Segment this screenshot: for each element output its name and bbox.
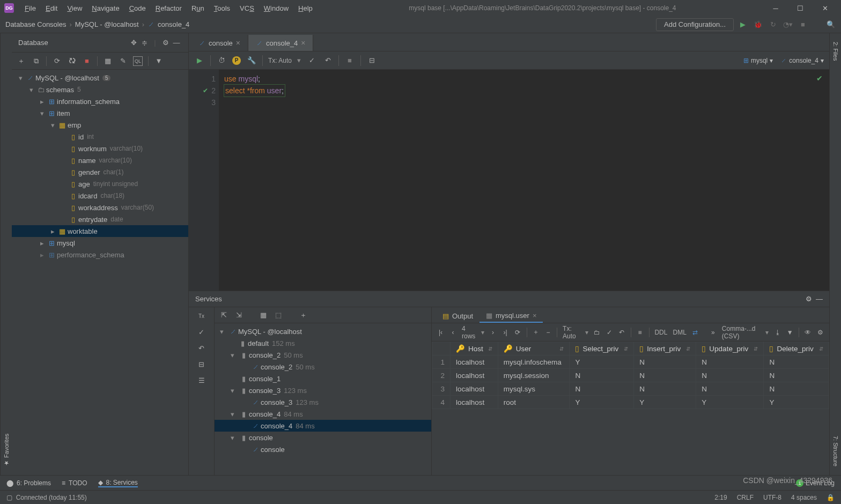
commit-icon[interactable]: ✓	[196, 327, 207, 337]
tree-column[interactable]: ▯entrydatedate	[12, 213, 188, 225]
sort-icon[interactable]: ⇵	[819, 346, 823, 352]
tab-output[interactable]: ▤Output	[436, 309, 479, 323]
show-icon[interactable]: ⬚	[274, 311, 283, 319]
cell[interactable]: mysql.infoschema	[498, 355, 570, 369]
crumb-0[interactable]: Database Consoles	[5, 20, 66, 28]
cell[interactable]: N	[764, 382, 829, 396]
edit-icon[interactable]: ✎	[118, 56, 128, 66]
menu-code[interactable]: Code	[125, 2, 150, 14]
sort-icon[interactable]: ⇵	[624, 346, 628, 352]
compare-icon[interactable]: ⇄	[692, 329, 699, 336]
context-db[interactable]: ⊞mysql ▾	[743, 57, 773, 64]
menu-edit[interactable]: Edit	[41, 2, 62, 14]
options-icon[interactable]: ⊟	[366, 56, 377, 64]
target-icon[interactable]: ✥	[128, 39, 139, 47]
minimize-panel-icon[interactable]: —	[816, 295, 823, 303]
rollback-icon[interactable]: ↶	[196, 343, 207, 353]
event-log[interactable]: 1Event Log	[796, 479, 835, 487]
more-icon[interactable]: »	[710, 329, 717, 336]
tree-table-worktable[interactable]: ▸ ▦ worktable	[12, 225, 188, 237]
menu-window[interactable]: Window	[260, 2, 293, 14]
encoding[interactable]: UTF-8	[763, 494, 781, 501]
cell[interactable]: Y	[764, 396, 829, 409]
upload-icon[interactable]: ▼	[786, 329, 793, 336]
svc-console[interactable]: ⟋console_3123 ms	[215, 396, 431, 408]
sort-icon[interactable]: ⇵	[686, 346, 690, 352]
sort-icon[interactable]: ⇵	[754, 346, 758, 352]
explain-plan-icon[interactable]: P	[232, 56, 241, 65]
sort-icon[interactable]: ⇵	[559, 346, 564, 352]
tree-schemas[interactable]: ▾ 🗀 schemas 5	[12, 84, 188, 95]
add-configuration-button[interactable]: Add Configuration...	[656, 18, 734, 31]
run-icon[interactable]: ▶	[738, 20, 748, 28]
cell[interactable]: mysql.session	[498, 369, 570, 382]
tx-icon[interactable]: Tx	[196, 310, 207, 321]
db-icon[interactable]: 🗀	[594, 329, 601, 336]
cell[interactable]: N	[634, 355, 696, 369]
col-header[interactable]: ▯Insert_priv⇵	[634, 342, 696, 355]
tree-datasource[interactable]: ▾ ⟋ MySQL - @localhost 5	[12, 72, 188, 84]
tree-schema-information[interactable]: ▸ ⊞ information_schema	[12, 95, 188, 107]
cell[interactable]: N	[764, 369, 829, 382]
svc-console-group[interactable]: ▾▮console_484 ms	[215, 408, 431, 420]
svc-datasource[interactable]: ▾⟋MySQL - @localhost	[215, 325, 431, 337]
tree-column[interactable]: ▯namevarchar(10)	[12, 154, 188, 166]
menu-navigate[interactable]: Navigate	[87, 2, 123, 14]
wrench-icon[interactable]: 🔧	[246, 56, 257, 64]
table-row[interactable]: 2localhostmysql.sessionNNNN	[432, 369, 829, 382]
svc-console-group[interactable]: ▾▮console_250 ms	[215, 349, 431, 361]
lock-icon[interactable]: 🔒	[827, 494, 835, 501]
tree-schema-performance[interactable]: ▸ ⊞ performance_schema	[12, 249, 188, 261]
grid-icon[interactable]: ▦	[259, 311, 268, 319]
cell[interactable]: localhost	[451, 382, 498, 396]
last-page-icon[interactable]: ›|	[502, 329, 509, 336]
sort-icon[interactable]: ⇵	[488, 346, 492, 352]
debug-icon[interactable]: 🐞	[753, 20, 763, 28]
indent[interactable]: 4 spaces	[791, 494, 817, 501]
stop-icon[interactable]: ■	[798, 20, 808, 28]
tree-column[interactable]: ▯worknumvarchar(10)	[12, 143, 188, 154]
download-icon[interactable]: ⭳	[774, 329, 781, 336]
cell[interactable]: N	[570, 369, 634, 382]
cell[interactable]: N	[696, 369, 764, 382]
add-row-icon[interactable]: ＋	[532, 328, 539, 337]
next-page-icon[interactable]: ›	[490, 329, 497, 336]
menu-run[interactable]: Run	[187, 2, 209, 14]
menu-refactor[interactable]: Refactor	[151, 2, 186, 14]
col-header[interactable]: 🔑Host⇵	[451, 342, 498, 355]
col-header[interactable]: ▯Update_priv⇵	[696, 342, 764, 355]
tree-schema-mysql[interactable]: ▸ ⊞ mysql	[12, 237, 188, 249]
tree-schema-item[interactable]: ▾ ⊞ item	[12, 107, 188, 119]
gear-icon[interactable]: ⚙	[160, 39, 171, 47]
close-icon[interactable]: ×	[236, 39, 240, 47]
commit-icon[interactable]: ✓	[306, 56, 317, 64]
menu-vcs[interactable]: VCS	[235, 2, 259, 14]
rail-files[interactable]: 2: Files	[831, 39, 840, 64]
rollback-icon[interactable]: ↶	[322, 56, 333, 64]
tab-console[interactable]: ⟋ console ×	[191, 35, 248, 51]
rollback-icon[interactable]: ↶	[618, 329, 625, 336]
crumb-1[interactable]: MySQL - @localhost	[75, 20, 139, 28]
cell[interactable]: localhost	[451, 369, 498, 382]
stop-icon[interactable]: ■	[637, 329, 644, 336]
tree-table-emp[interactable]: ▾ ▦ emp	[12, 119, 188, 131]
tab-todo[interactable]: ≡TODO	[62, 479, 87, 487]
reload-icon[interactable]: ⟳	[514, 329, 521, 336]
stop-icon[interactable]: ■	[344, 56, 355, 64]
menu-view[interactable]: View	[63, 2, 86, 14]
svc-console-group[interactable]: ▾▮console	[215, 432, 431, 443]
cell[interactable]: N	[696, 382, 764, 396]
prev-page-icon[interactable]: ‹	[449, 329, 456, 336]
svc-default[interactable]: ▮default152 ms	[215, 337, 431, 349]
svc-console-group[interactable]: ▾▮console_3123 ms	[215, 384, 431, 396]
remove-row-icon[interactable]: −	[544, 329, 551, 336]
gear-icon[interactable]: ⚙	[817, 329, 824, 336]
search-icon[interactable]: 🔍	[826, 20, 836, 28]
cell[interactable]: Y	[570, 396, 634, 409]
tx-mode[interactable]: Tx: Auto	[563, 325, 580, 340]
analysis-ok-icon[interactable]: ✔	[816, 74, 823, 83]
result-grid[interactable]: 🔑Host⇵🔑User⇵▯Select_priv⇵▯Insert_priv⇵▯U…	[432, 342, 829, 475]
maximize-icon[interactable]: ☐	[793, 3, 808, 13]
duplicate-icon[interactable]: ⧉	[31, 56, 41, 66]
rerun-icon[interactable]: ↻	[768, 20, 778, 28]
